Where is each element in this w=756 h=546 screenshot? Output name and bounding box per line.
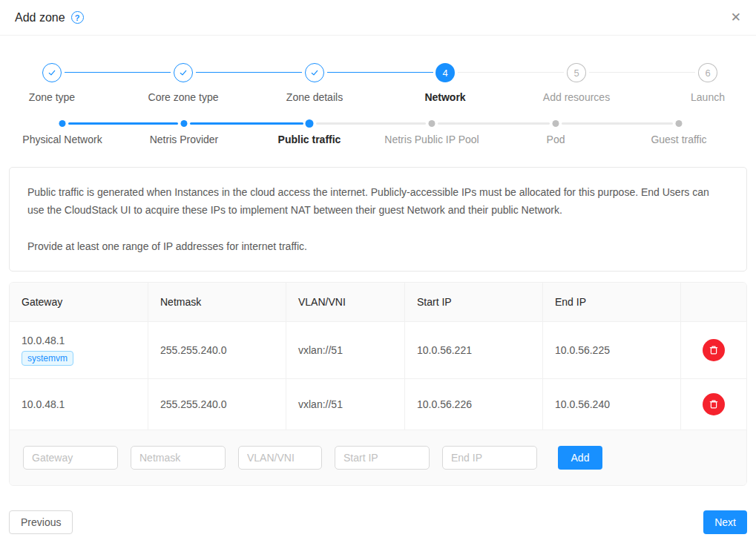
substep-connector	[438, 122, 550, 125]
trash-icon	[709, 345, 719, 355]
systemvm-tag: systemvm	[22, 351, 73, 366]
step-label: Add resources	[543, 91, 610, 103]
substep-label: Guest traffic	[651, 134, 706, 145]
actions-cell	[681, 322, 746, 378]
substep-connector	[316, 122, 426, 125]
step-number-badge: 5	[567, 63, 586, 82]
vlan-cell: vxlan://51	[286, 322, 405, 378]
substep-dot-guest-traffic[interactable]	[676, 120, 683, 127]
table-header-row: Gateway Netmask VLAN/VNI Start IP End IP	[10, 283, 746, 321]
end-ip-input[interactable]	[442, 446, 537, 470]
step-label: Network	[424, 91, 465, 103]
column-header-end-ip: End IP	[543, 283, 681, 321]
delete-row-button[interactable]	[703, 339, 725, 361]
substep-dot-physical-network[interactable]	[59, 120, 66, 127]
step-connector	[589, 72, 695, 73]
step-number-badge: 4	[435, 63, 455, 82]
page-title: Add zone	[15, 11, 65, 24]
check-circle-icon	[305, 63, 324, 82]
substep-dot-pod[interactable]	[553, 120, 559, 127]
step-label: Core zone type	[148, 91, 219, 103]
step-zone-type[interactable]	[42, 36, 62, 82]
table-row: 10.0.48.1 systemvm 255.255.240.0 vxlan:/…	[10, 321, 746, 378]
substep-connector	[190, 122, 303, 125]
step-connector	[327, 72, 433, 73]
add-zone-modal: Add zone ? ✕ 4 5	[0, 0, 756, 546]
step-add-resources[interactable]: 5	[567, 36, 586, 82]
modal-footer: Previous Next	[9, 510, 747, 534]
delete-row-button[interactable]	[703, 393, 725, 415]
end-ip-cell: 10.0.56.225	[543, 322, 681, 378]
modal-header: Add zone ? ✕	[0, 0, 756, 36]
check-circle-icon	[174, 63, 193, 82]
ip-range-table: Gateway Netmask VLAN/VNI Start IP End IP…	[9, 282, 747, 486]
step-network[interactable]: 4	[435, 36, 455, 82]
netmask-input[interactable]	[131, 446, 226, 470]
end-ip-cell: 10.0.56.240	[543, 379, 681, 430]
step-launch[interactable]: 6	[698, 36, 717, 82]
step-connector	[65, 72, 171, 73]
substep-connector	[562, 122, 673, 125]
step-zone-details[interactable]	[305, 36, 324, 82]
vlan-input[interactable]	[238, 446, 322, 470]
previous-button[interactable]: Previous	[9, 510, 73, 534]
column-header-netmask: Netmask	[148, 283, 286, 321]
public-traffic-info-box: Public traffic is generated when Instanc…	[9, 167, 747, 272]
step-label: Launch	[691, 91, 725, 103]
column-header-start-ip: Start IP	[405, 283, 543, 321]
table-row: 10.0.48.1 255.255.240.0 vxlan://51 10.0.…	[10, 378, 746, 430]
start-ip-cell: 10.0.56.221	[405, 322, 543, 378]
network-substepper: Physical Network Netris Provider Public …	[0, 106, 756, 152]
close-icon[interactable]: ✕	[731, 11, 741, 24]
step-core-zone-type[interactable]	[174, 36, 193, 82]
substep-label: Public traffic	[278, 134, 341, 145]
substep-dot-netris-public-ip-pool[interactable]	[429, 120, 435, 127]
info-paragraph: Provide at least one range of IP address…	[27, 237, 729, 255]
step-number-badge: 6	[698, 63, 717, 82]
next-button[interactable]: Next	[703, 510, 747, 534]
column-header-gateway: Gateway	[10, 283, 148, 321]
substep-dot-public-traffic[interactable]	[306, 119, 314, 128]
substep-dot-netris-provider[interactable]	[181, 120, 188, 127]
check-circle-icon	[42, 63, 62, 82]
gateway-cell: 10.0.48.1	[10, 379, 148, 430]
substep-label: Netris Public IP Pool	[384, 134, 479, 145]
gateway-input[interactable]	[23, 446, 118, 470]
step-connector	[196, 72, 302, 73]
netmask-cell: 255.255.240.0	[148, 379, 286, 430]
step-label: Zone type	[29, 91, 75, 103]
add-range-row: Add	[10, 430, 746, 485]
actions-cell	[681, 379, 746, 430]
substep-label: Physical Network	[22, 134, 102, 145]
wizard-stepper: 4 5 6 Zone type Core zone type Zone deta…	[0, 36, 756, 106]
start-ip-input[interactable]	[335, 446, 430, 470]
substep-connector	[68, 122, 178, 125]
start-ip-cell: 10.0.56.226	[405, 379, 543, 430]
step-connector	[458, 72, 564, 73]
netmask-cell: 255.255.240.0	[148, 322, 286, 378]
add-button[interactable]: Add	[558, 446, 602, 470]
substep-label: Pod	[547, 134, 565, 145]
column-header-actions	[681, 283, 746, 321]
substep-label: Netris Provider	[150, 134, 219, 145]
gateway-cell: 10.0.48.1 systemvm	[10, 322, 148, 378]
vlan-cell: vxlan://51	[286, 379, 405, 430]
help-icon[interactable]: ?	[71, 11, 84, 24]
trash-icon	[709, 399, 719, 410]
info-paragraph: Public traffic is generated when Instanc…	[27, 183, 729, 219]
step-label: Zone details	[286, 91, 343, 103]
column-header-vlan: VLAN/VNI	[286, 283, 405, 321]
